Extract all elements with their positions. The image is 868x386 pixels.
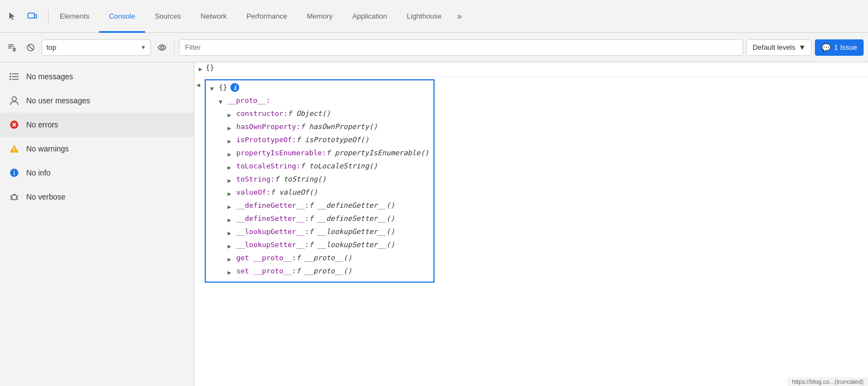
prop-key: __lookupGetter__: [236,227,309,236]
svg-line-31 [16,196,18,196]
func-keyword: f toLocaleString() [300,162,378,170]
tab-network[interactable]: Network [191,1,237,33]
expand-prop-icon[interactable]: ▶ [228,267,233,279]
prop-key: __defineSetter__: [236,214,309,223]
expand-prop-icon[interactable]: ▶ [228,136,233,148]
expand-object-icon[interactable]: ▼ [210,83,216,95]
func-keyword: f isPrototypeOf() [296,136,369,144]
property-line: ▶__defineSetter__: f __defineSetter__() [210,214,429,227]
expand-prop-icon[interactable]: ▶ [228,227,233,239]
svg-rect-4 [8,48,11,49]
sidebar-item-messages[interactable]: No messages [0,65,194,89]
expand-prop-icon[interactable]: ▶ [228,201,233,213]
tab-more-button[interactable]: » [452,0,467,32]
svg-rect-23 [14,151,15,153]
info-icon [9,167,20,178]
sidebar-item-errors[interactable]: No errors [0,113,194,137]
list-icon [9,71,20,82]
svg-point-14 [10,73,11,75]
svg-rect-22 [14,148,15,150]
chevron-down-icon: ▼ [141,44,146,50]
tab-application[interactable]: Application [343,1,397,33]
sidebar-errors-label: No errors [26,120,58,129]
property-line: ▶toLocaleString: f toLocaleString() [210,161,429,174]
tab-sources[interactable]: Sources [145,1,191,33]
property-line: ▶__lookupGetter__: f __lookupGetter__() [210,227,429,240]
toolbar-divider [174,41,175,54]
clear-console-button[interactable] [4,40,20,55]
prop-key: set __proto__: [236,267,297,275]
tab-console[interactable]: Console [99,1,145,33]
svg-point-15 [10,76,11,78]
context-selector[interactable]: top ▼ [42,39,151,56]
property-line: ▶valueOf: f valueOf() [210,188,429,201]
block-icon-button[interactable] [23,40,38,55]
prop-key: toString: [236,175,275,183]
properties-container: ▶constructor: f Object()▶hasOwnProperty:… [210,109,429,279]
eye-icon-button[interactable] [154,40,170,55]
prop-key: isPrototypeOf: [236,136,297,144]
expand-prop-icon[interactable]: ▶ [228,162,233,174]
issue-icon: 💬 [821,43,831,52]
func-keyword: f __lookupSetter__() [309,241,395,249]
left-arrow-icon[interactable]: ◀ [196,78,200,92]
prop-key: toLocaleString: [236,162,300,170]
proto-line: ▼ __proto__: [210,96,429,109]
console-input-line: ▶ {} [194,62,868,77]
svg-line-33 [16,199,18,200]
expand-prop-icon[interactable]: ▶ [228,122,233,134]
cursor-icon[interactable] [4,8,21,25]
console-toolbar: top ▼ Default levels ▼ 💬 1 Issue [0,33,868,62]
tab-memory[interactable]: Memory [297,1,343,33]
url-display: https://blog.co...(truncated) [788,377,868,386]
svg-point-27 [12,195,17,200]
info-badge[interactable]: i [230,83,239,92]
svg-rect-25 [14,172,15,176]
svg-rect-1 [34,15,37,18]
expand-prop-icon[interactable]: ▶ [228,254,233,266]
svg-rect-26 [14,171,15,172]
svg-rect-0 [28,13,34,18]
sidebar-item-warnings[interactable]: No warnings [0,137,194,161]
issue-button[interactable]: 💬 1 Issue [815,39,864,56]
main-area: No messages No user messages No errors [0,62,868,386]
object-header-line: ▼ {} i [210,83,429,96]
prop-key: valueOf: [236,188,271,196]
func-keyword: f valueOf() [270,188,317,196]
person-icon [9,95,20,106]
func-keyword: f __lookupGetter__() [309,227,395,236]
func-keyword: f Object() [288,109,331,118]
right-arrow-icon[interactable]: ▶ [199,63,202,75]
sidebar-verbose-label: No verbose [26,192,66,201]
console-output[interactable]: ▶ {} ◀ ▼ {} i ▼ __proto__: ▶constructor: [194,62,868,386]
expand-prop-icon[interactable]: ▶ [228,214,233,226]
expand-prop-icon[interactable]: ▶ [228,149,233,161]
sidebar-item-user-messages[interactable]: No user messages [0,89,194,113]
devtools-icons [4,8,40,25]
filter-input[interactable] [179,39,743,56]
expand-prop-icon[interactable]: ▶ [228,109,233,121]
device-toggle-icon[interactable] [24,8,40,25]
tab-lighthouse[interactable]: Lighthouse [397,1,452,33]
default-levels-button[interactable]: Default levels ▼ [747,39,812,56]
prop-key: __defineGetter__: [236,201,309,209]
svg-rect-2 [8,44,14,45]
sidebar-user-messages-label: No user messages [26,96,90,105]
context-label: top [47,43,137,51]
expand-proto-icon[interactable]: ▼ [219,96,224,108]
svg-point-17 [12,97,16,101]
tab-performance[interactable]: Performance [236,1,297,33]
func-keyword: f __defineGetter__() [309,201,395,209]
expand-prop-icon[interactable]: ▶ [228,241,233,253]
func-keyword: f hasOwnProperty() [300,122,378,131]
tab-bar: Elements Console Sources Network Perform… [0,0,868,33]
sidebar-item-verbose[interactable]: No verbose [0,185,194,209]
tab-elements[interactable]: Elements [50,1,99,33]
expand-prop-icon[interactable]: ▶ [228,188,233,200]
prop-key: __lookupSetter__: [236,241,309,249]
property-line: ▶isPrototypeOf: f isPrototypeOf() [210,135,429,148]
svg-line-30 [10,199,12,200]
func-keyword: f __proto__() [296,254,352,262]
sidebar-item-info[interactable]: No info [0,161,194,185]
expand-prop-icon[interactable]: ▶ [228,175,233,187]
